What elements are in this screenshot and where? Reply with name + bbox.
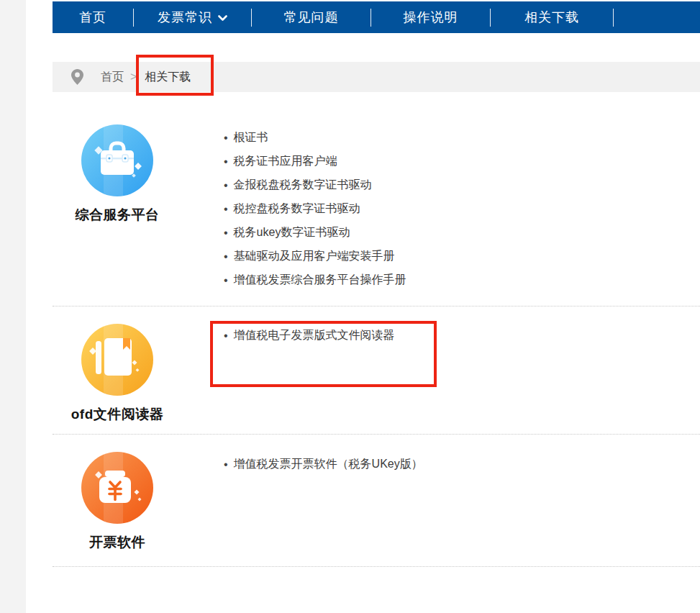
top-navbar: 首页 发票常识 常见问题 操作说明 相关下载 bbox=[53, 1, 700, 33]
nav-item-label: 操作说明 bbox=[404, 9, 458, 26]
download-link[interactable]: 根证书 bbox=[224, 126, 406, 150]
section-title: 综合服务平台 bbox=[53, 206, 182, 224]
download-link[interactable]: 增值税电子发票版式文件阅读器 bbox=[224, 324, 395, 348]
breadcrumb-separator: > bbox=[130, 71, 137, 83]
nav-item-faq[interactable]: 常见问题 bbox=[252, 1, 371, 33]
ofd-download-list: 增值税电子发票版式文件阅读器 bbox=[224, 324, 395, 348]
platform-download-list: 根证书 税务证书应用客户端 金报税盘税务数字证书驱动 税控盘税务数字证书驱动 税… bbox=[224, 126, 406, 292]
section-title: ofd文件阅读器 bbox=[53, 405, 182, 424]
download-link[interactable]: 税务证书应用客户端 bbox=[224, 150, 406, 173]
section-divider bbox=[53, 306, 700, 306]
nav-item-downloads[interactable]: 相关下载 bbox=[491, 1, 613, 33]
nav-item-label: 常见问题 bbox=[284, 9, 339, 26]
download-link[interactable]: 增值税发票开票软件（税务UKey版） bbox=[224, 453, 423, 476]
section-divider bbox=[53, 434, 700, 435]
chevron-down-icon bbox=[218, 15, 227, 22]
download-link[interactable]: 税控盘税务数字证书驱动 bbox=[224, 197, 406, 221]
download-link[interactable]: 金报税盘税务数字证书驱动 bbox=[224, 173, 406, 197]
location-pin-icon bbox=[71, 69, 83, 85]
download-link[interactable]: 基础驱动及应用客户端安装手册 bbox=[224, 245, 406, 268]
nav-item-label: 相关下载 bbox=[524, 9, 579, 26]
section-divider bbox=[53, 566, 700, 567]
notebook-icon bbox=[81, 324, 153, 396]
nav-item-invoice-knowledge[interactable]: 发票常识 bbox=[134, 1, 251, 33]
nav-item-instructions[interactable]: 操作说明 bbox=[371, 1, 490, 33]
section-platform: 综合服务平台 bbox=[53, 124, 182, 224]
breadcrumb: 首页 > 相关下载 bbox=[53, 62, 700, 92]
section-billing-software: 开票软件 bbox=[53, 452, 182, 552]
nav-item-label: 发票常识 bbox=[158, 9, 212, 26]
briefcase-icon bbox=[81, 124, 153, 196]
breadcrumb-current: 相关下载 bbox=[145, 70, 191, 85]
money-jar-icon bbox=[81, 452, 153, 524]
download-link[interactable]: 增值税发票综合服务平台操作手册 bbox=[224, 268, 406, 292]
download-link[interactable]: 税务ukey数字证书驱动 bbox=[224, 221, 406, 245]
nav-item-home[interactable]: 首页 bbox=[53, 1, 133, 33]
nav-separator bbox=[613, 9, 614, 27]
billing-download-list: 增值税发票开票软件（税务UKey版） bbox=[224, 453, 423, 476]
section-ofd-reader: ofd文件阅读器 bbox=[53, 324, 182, 424]
nav-item-label: 首页 bbox=[79, 9, 106, 26]
page-left-gutter bbox=[0, 0, 26, 613]
section-title: 开票软件 bbox=[53, 533, 182, 552]
breadcrumb-home-link[interactable]: 首页 bbox=[101, 70, 124, 85]
